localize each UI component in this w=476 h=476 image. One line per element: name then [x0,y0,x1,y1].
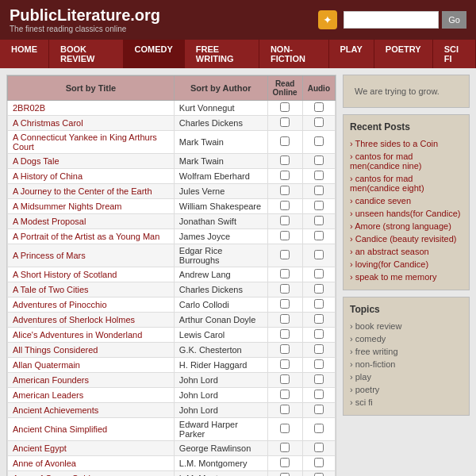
audio-cell[interactable] [302,471,335,477]
read-online-cell[interactable] [267,403,302,418]
read-online-checkbox[interactable] [280,405,290,414]
book-title[interactable]: A Tale of Two Cities [13,285,89,294]
read-online-checkbox[interactable] [280,102,290,112]
book-title[interactable]: A Connecticut Yankee in King Arthurs Cou… [13,132,157,152]
recent-post-item[interactable]: cantos for mad men(candice nine) [350,150,463,172]
recent-post-item[interactable]: candice seven [350,194,463,207]
audio-checkbox[interactable] [314,390,324,399]
audio-checkbox[interactable] [314,284,324,294]
audio-checkbox[interactable] [314,231,324,240]
book-title[interactable]: A Journey to the Center of the Earth [13,186,152,196]
book-title[interactable]: A Modest Proposal [13,217,86,226]
topic-item[interactable]: free writing [350,345,463,358]
nav-item-poetry[interactable]: POETRY [374,40,433,68]
read-online-checkbox[interactable] [280,443,290,452]
audio-cell[interactable] [302,358,335,373]
read-online-cell[interactable] [267,456,302,471]
read-online-checkbox[interactable] [280,473,290,476]
audio-checkbox[interactable] [314,314,324,324]
audio-checkbox[interactable] [314,329,324,339]
topic-link[interactable]: comedy [355,334,386,344]
read-online-checkbox[interactable] [280,201,290,210]
audio-cell[interactable] [302,441,335,456]
read-online-checkbox[interactable] [280,250,290,259]
audio-cell[interactable] [302,403,335,418]
read-online-checkbox[interactable] [280,344,290,354]
book-title[interactable]: A Princess of Mars [13,251,86,260]
audio-checkbox[interactable] [314,186,324,195]
read-online-checkbox[interactable] [280,458,290,467]
audio-checkbox[interactable] [314,155,324,165]
topic-link[interactable]: non-fiction [355,359,396,369]
book-title[interactable]: A Midsummer Nights Dream [13,202,122,211]
read-online-cell[interactable] [267,328,302,343]
read-online-cell[interactable] [267,313,302,328]
read-online-cell[interactable] [267,267,302,282]
topic-item[interactable]: sci fi [350,396,463,409]
audio-cell[interactable] [302,313,335,328]
audio-checkbox[interactable] [314,374,324,384]
read-online-checkbox[interactable] [280,314,290,324]
audio-cell[interactable] [302,282,335,298]
read-online-checkbox[interactable] [280,117,290,127]
read-online-cell[interactable] [267,418,302,441]
topic-item[interactable]: play [350,370,463,383]
col-author[interactable]: Sort by Author [174,76,267,101]
recent-post-link[interactable]: loving(for Candice) [355,259,428,269]
recent-post-link[interactable]: an abstract season [355,247,429,256]
nav-item-book-review[interactable]: BOOK REVIEW [49,40,124,68]
audio-checkbox[interactable] [314,136,324,146]
read-online-cell[interactable] [267,229,302,244]
audio-checkbox[interactable] [314,473,324,476]
read-online-cell[interactable] [267,471,302,477]
audio-checkbox[interactable] [314,201,324,210]
recent-post-item[interactable]: cantos for mad men(candice eight) [350,172,463,194]
topic-item[interactable]: book review [350,320,463,332]
book-title[interactable]: American Founders [13,375,89,385]
recent-post-link[interactable]: speak to me memory [355,272,437,282]
book-title[interactable]: Allan Quatermain [13,360,80,370]
read-online-cell[interactable] [267,199,302,214]
read-online-cell[interactable] [267,131,302,154]
recent-post-link[interactable]: candice seven [355,196,411,205]
nav-item-free-writing[interactable]: FREE WRITING [185,40,259,68]
audio-checkbox[interactable] [314,171,324,180]
book-title[interactable]: Adventures of Pinocchio [13,300,107,309]
topic-item[interactable]: non-fiction [350,358,463,370]
book-title[interactable]: A Portrait of the Artist as a Young Man [13,232,159,241]
read-online-checkbox[interactable] [280,374,290,384]
read-online-cell[interactable] [267,116,302,131]
audio-cell[interactable] [302,101,335,116]
read-online-checkbox[interactable] [280,155,290,165]
audio-checkbox[interactable] [314,359,324,369]
topic-link[interactable]: book review [355,321,402,331]
read-online-checkbox[interactable] [280,329,290,339]
book-title[interactable]: American Leaders [13,390,83,400]
read-online-checkbox[interactable] [280,216,290,225]
recent-post-link[interactable]: Candice (beauty revisited) [355,234,457,244]
nav-item-play[interactable]: PLAY [329,40,374,68]
audio-checkbox[interactable] [314,443,324,452]
nav-item-non-fiction[interactable]: NON-FICTION [259,40,329,68]
topic-link[interactable]: play [355,372,371,382]
audio-checkbox[interactable] [314,117,324,127]
book-title[interactable]: A Dogs Tale [13,156,60,166]
book-title[interactable]: A History of China [13,171,83,181]
audio-cell[interactable] [302,373,335,388]
book-title[interactable]: 2BR02B [13,103,45,113]
read-online-cell[interactable] [267,441,302,456]
recent-post-link[interactable]: cantos for mad men(candice nine) [350,152,422,171]
read-online-cell[interactable] [267,184,302,199]
topic-item[interactable]: poetry [350,383,463,396]
audio-cell[interactable] [302,456,335,471]
book-title[interactable]: Ancient Egypt [13,443,67,453]
rss-icon[interactable]: ✦ [318,10,337,29]
read-online-checkbox[interactable] [280,269,290,278]
audio-cell[interactable] [302,214,335,229]
audio-cell[interactable] [302,199,335,214]
read-online-cell[interactable] [267,214,302,229]
audio-cell[interactable] [302,328,335,343]
read-online-checkbox[interactable] [280,299,290,309]
recent-post-item[interactable]: Candice (beauty revisited) [350,232,463,245]
audio-cell[interactable] [302,154,335,169]
